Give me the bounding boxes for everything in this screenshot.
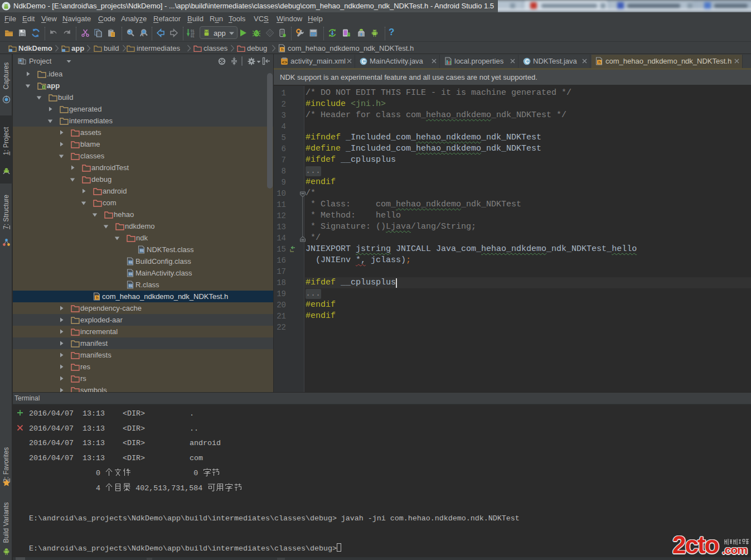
svg-text:h: h [598,60,601,65]
svg-text:01: 01 [129,260,133,264]
svg-text:<>: <> [282,60,288,65]
svg-text:h: h [281,47,284,52]
svg-text:01: 01 [140,249,144,253]
svg-text:A: A [140,32,144,37]
svg-text:01: 01 [129,284,133,288]
svg-text:01: 01 [191,35,195,37]
svg-text:C: C [362,59,366,65]
svg-text:h: h [96,295,99,300]
svg-text:01: 01 [129,272,133,276]
svg-text:C: C [525,59,529,65]
